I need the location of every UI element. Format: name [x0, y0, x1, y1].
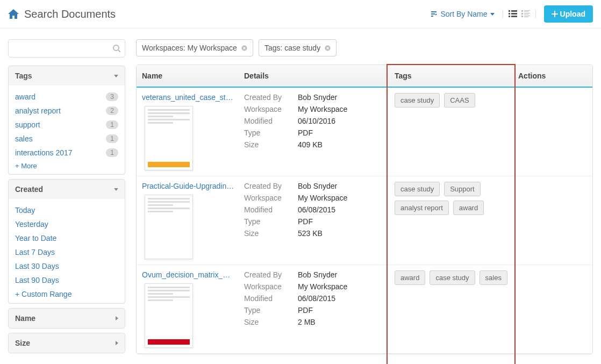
- facet-size-header[interactable]: Size: [9, 333, 125, 353]
- tag[interactable]: award: [453, 201, 484, 215]
- custom-range[interactable]: + Custom Range: [15, 287, 118, 301]
- facet-name-title: Name: [15, 314, 35, 323]
- actions-cell: [513, 93, 592, 170]
- filter-chip: Workspaces: My Workspace: [136, 39, 253, 56]
- facet-size-title: Size: [15, 339, 30, 347]
- facet-tag-count: 1: [106, 148, 118, 157]
- tag[interactable]: award: [395, 270, 425, 285]
- content: Workspaces: My WorkspaceTags: case study…: [136, 39, 593, 354]
- detail-view-icon[interactable]: [521, 10, 530, 18]
- tag[interactable]: analyst report: [395, 201, 449, 215]
- doc-details: Created ByBob SnyderWorkspaceMy Workspac…: [244, 93, 384, 149]
- main: Tags award3analyst report2support1sales1…: [0, 28, 601, 364]
- sort-label: Sort By Name: [440, 10, 487, 18]
- view-toggle: [503, 10, 536, 18]
- facet-tag-count: 1: [106, 134, 118, 143]
- table-row: Ovum_decision_matrix_mu...Created ByBob …: [137, 265, 592, 354]
- facet-tag-count: 2: [106, 106, 118, 115]
- doc-details: Created ByBob SnyderWorkspaceMy Workspac…: [244, 270, 384, 326]
- search-input[interactable]: [13, 44, 113, 53]
- doc-title-link[interactable]: Ovum_decision_matrix_mu...: [142, 270, 236, 279]
- sidebar: Tags award3analyst report2support1sales1…: [8, 39, 125, 358]
- facet-tags-header[interactable]: Tags: [9, 66, 125, 85]
- th-tags[interactable]: Tags: [389, 65, 513, 87]
- created-filter-item[interactable]: Year to Date: [15, 231, 118, 245]
- chip-label: Workspaces: My Workspace: [142, 44, 237, 52]
- created-filter-item[interactable]: Last 7 Days: [15, 245, 118, 259]
- facet-tags-title: Tags: [15, 72, 32, 80]
- th-details[interactable]: Details: [239, 65, 389, 87]
- created-filter-item[interactable]: Last 90 Days: [15, 273, 118, 287]
- search-input-wrapper: [8, 39, 125, 58]
- page-title: Search Documents: [24, 8, 116, 20]
- doc-thumbnail[interactable]: [145, 106, 193, 170]
- actions-cell: [513, 182, 592, 259]
- created-filter-item[interactable]: Yesterday: [15, 217, 118, 231]
- facet-created-title: Created: [15, 185, 43, 194]
- caret-right-icon: [116, 341, 118, 345]
- doc-tags: awardcase studysales: [395, 270, 507, 285]
- facet-tag-item[interactable]: interactions 20171: [15, 146, 118, 160]
- tag[interactable]: case study: [430, 270, 475, 285]
- search-icon[interactable]: [113, 45, 120, 52]
- facet-tag-item[interactable]: support1: [15, 118, 118, 132]
- doc-thumbnail[interactable]: [145, 283, 193, 348]
- table-row: veterans_united_case_stu...Created ByBob…: [137, 88, 592, 176]
- list-view-icon[interactable]: [509, 10, 517, 18]
- doc-title-link[interactable]: veterans_united_case_stu...: [142, 93, 236, 102]
- upload-button[interactable]: Upload: [544, 5, 593, 23]
- facet-tag-item[interactable]: award3: [15, 90, 118, 104]
- created-filter-item[interactable]: Today: [15, 203, 118, 217]
- facet-size: Size: [8, 333, 125, 353]
- svg-line-1: [118, 50, 120, 52]
- actions-cell: [513, 270, 592, 348]
- sort-icon: [430, 10, 438, 18]
- doc-title-link[interactable]: Practical-Guide-Upgrading...: [142, 182, 236, 190]
- facet-tag-label: interactions 2017: [15, 148, 73, 157]
- facet-tag-count: 3: [106, 92, 118, 101]
- facet-name: Name: [8, 308, 125, 329]
- caret-down-icon: [114, 75, 118, 77]
- tag[interactable]: sales: [480, 270, 507, 285]
- facet-tag-label: sales: [15, 134, 33, 143]
- doc-tags: case studySupportanalyst reportaward: [395, 182, 507, 215]
- facet-tag-item[interactable]: sales1: [15, 132, 118, 146]
- th-name[interactable]: Name: [137, 65, 239, 87]
- facet-name-header[interactable]: Name: [9, 309, 125, 328]
- home-icon[interactable]: [8, 9, 19, 19]
- doc-thumbnail[interactable]: [145, 195, 193, 259]
- plus-icon: [552, 11, 558, 17]
- th-actions[interactable]: Actions: [513, 65, 592, 87]
- tag[interactable]: CAAS: [444, 93, 475, 108]
- facet-tag-item[interactable]: analyst report2: [15, 104, 118, 118]
- facet-tag-label: award: [15, 92, 35, 101]
- caret-down-icon: [114, 188, 118, 191]
- topbar: Search Documents Sort By Name Upload: [0, 0, 601, 28]
- facet-tag-count: 1: [106, 120, 118, 129]
- sort-dropdown[interactable]: Sort By Name: [430, 10, 494, 18]
- results-table: Name Details Tags Actions veterans_unite…: [136, 65, 593, 354]
- tag[interactable]: case study: [395, 182, 440, 196]
- chip-label: Tags: case study: [264, 44, 320, 52]
- doc-tags: case studyCAAS: [395, 93, 507, 108]
- facet-created: Created TodayYesterdayYear to DateLast 7…: [8, 179, 125, 304]
- table-header: Name Details Tags Actions: [137, 65, 592, 88]
- caret-right-icon: [116, 316, 118, 320]
- chip-remove-icon[interactable]: [325, 45, 331, 51]
- filter-chip: Tags: case study: [259, 39, 337, 56]
- facet-tag-label: support: [15, 120, 40, 129]
- tag[interactable]: case study: [395, 93, 440, 108]
- facet-created-header[interactable]: Created: [9, 180, 125, 199]
- facet-tags: Tags award3analyst report2support1sales1…: [8, 66, 125, 175]
- created-filter-item[interactable]: Last 30 Days: [15, 259, 118, 273]
- doc-details: Created ByBob SnyderWorkspaceMy Workspac…: [244, 182, 384, 238]
- topbar-left: Search Documents: [8, 8, 116, 20]
- filter-chips: Workspaces: My WorkspaceTags: case study: [136, 39, 593, 56]
- upload-label: Upload: [560, 10, 585, 18]
- tag[interactable]: Support: [444, 182, 481, 196]
- chip-remove-icon[interactable]: [241, 45, 247, 51]
- facet-tag-label: analyst report: [15, 106, 61, 115]
- caret-down-icon: [490, 13, 495, 16]
- facet-more[interactable]: + More: [15, 160, 118, 172]
- topbar-right: Sort By Name Upload: [430, 5, 593, 23]
